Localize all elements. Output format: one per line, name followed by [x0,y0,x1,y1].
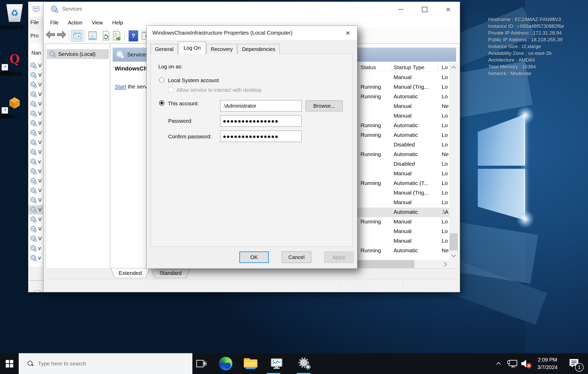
service-row[interactable]: V [28,205,43,215]
service-row[interactable]: V [28,215,43,224]
console-tree-icon [73,33,81,39]
dialog-close-button[interactable]: × [343,28,353,38]
file-explorer-button[interactable] [244,357,257,370]
confirm-password-input[interactable] [220,131,302,142]
apply-button[interactable]: Apply [324,252,354,263]
maximize-button[interactable] [416,2,433,17]
column-header-status[interactable]: Status [361,64,376,70]
properties-button[interactable] [88,30,97,41]
start-service-link[interactable]: Start [115,83,126,89]
taskbar-clock[interactable]: 2:09 PM 3/7/2024 [530,356,565,371]
local-system-radio[interactable] [159,78,164,83]
service-row[interactable]: V [28,176,43,186]
forward-button[interactable] [57,30,66,39]
name-column-header[interactable]: Nan [31,50,41,56]
service-row[interactable]: V [28,70,43,80]
tray-expand-button[interactable] [494,353,503,374]
service-row[interactable]: V [28,147,43,157]
view-tab[interactable]: Extended [111,268,150,278]
desktop-icon-ec2-feedback[interactable]: Q ↗ EC2 Feedback [0,53,29,70]
scroll-up-button[interactable] [449,63,458,72]
cancel-button[interactable]: Cancel [282,252,311,263]
services-taskbar-button[interactable] [298,357,311,370]
service-row[interactable]: V [28,138,43,147]
view-tab[interactable]: Standard [151,268,190,278]
menu-file[interactable]: File [30,20,39,25]
taskbar-search[interactable] [19,353,192,374]
titlebar[interactable]: Services × [43,2,460,17]
allow-desktop-checkbox[interactable] [168,87,173,92]
search-input[interactable] [37,360,184,367]
cell-startup-type: Manual [394,199,411,205]
task-view-button[interactable] [194,357,208,370]
service-row[interactable]: V [28,109,43,118]
scroll-right-button[interactable] [440,260,449,268]
show-console-tree-button[interactable] [71,30,83,42]
refresh-button[interactable] [102,30,110,41]
cell-log-on-as: Ne [442,103,449,109]
this-account-label[interactable]: This account: [168,101,199,107]
background-window[interactable]: File Pro Nan V V V V V [28,2,43,292]
edge-browser-button[interactable] [219,357,232,370]
performance-monitor-button[interactable] [270,357,283,370]
background-service-list[interactable]: Nan V V V V V V [28,43,43,267]
export-list-button[interactable] [113,30,121,41]
cell-startup-type: Manual [394,218,411,225]
menu-item[interactable]: Action [63,20,87,26]
service-row[interactable]: V [28,166,43,176]
collapse-button[interactable] [32,290,43,292]
browse-button[interactable]: Browse... [306,100,343,111]
service-row[interactable]: v [28,243,43,253]
back-button[interactable] [46,30,55,39]
service-row[interactable]: V [28,118,43,128]
cell-status: Running [361,132,381,138]
service-row[interactable]: V [28,195,43,205]
system-info-line: Hostname : EC2AMAZ-FAN98V3 [488,16,587,23]
desktop-icon-recycle-bin[interactable]: ♻ Recycle Bi [0,4,29,24]
service-gear-icon [30,72,37,79]
notification-count-badge[interactable]: 1 [575,363,584,372]
local-system-label[interactable]: Local System account [168,78,219,83]
service-row[interactable]: V [28,89,43,99]
service-row[interactable]: V [28,234,43,243]
service-row[interactable]: V [28,186,43,195]
close-button[interactable]: × [440,2,457,17]
dialog-tab[interactable]: General [151,44,178,54]
service-row[interactable]: V [28,80,43,89]
cell-startup-type: Automatic (T... [394,180,428,186]
service-row[interactable]: V [28,128,43,138]
dialog-tab[interactable]: Recovery [206,44,237,54]
service-row[interactable]: V [28,61,43,70]
cell-log-on-as: Lo [442,132,448,138]
service-row[interactable]: v [28,157,43,166]
menu-item[interactable]: File [45,20,63,26]
account-input[interactable] [220,100,302,112]
vertical-scrollbar[interactable] [449,63,458,260]
minimize-button[interactable] [392,2,409,17]
service-gear-icon [30,91,37,98]
ok-button[interactable]: OK [239,252,269,263]
this-account-radio[interactable] [159,100,164,106]
password-input[interactable] [220,115,302,127]
start-button[interactable] [0,353,19,374]
vertical-scroll-thumb[interactable] [449,233,458,250]
tree-item-services-local[interactable]: Services (Local) [47,49,109,59]
service-row[interactable]: v [28,253,43,263]
desktop-icon-ec2-microsoft[interactable]: ↗ EC2 Micros... [0,97,29,113]
service-name: v [38,159,41,165]
scroll-down-button[interactable] [449,251,458,260]
menu-item[interactable]: Help [108,20,128,26]
dialog-tab[interactable]: Log On [178,42,206,54]
service-row[interactable]: V [28,224,43,234]
column-header-startup-type[interactable]: Startup Type [394,64,424,70]
service-name: V [38,188,42,194]
dialog-titlebar[interactable]: WindowsChaosInfrastructure Properties (L… [147,26,357,40]
dialog-tab[interactable]: Dependencies [238,44,280,54]
help-button[interactable]: ? [129,30,138,41]
service-row[interactable]: V [28,99,43,109]
column-header-log-on-as[interactable]: Lo [442,64,448,70]
allow-desktop-label: Allow service to interact with desktop [177,87,262,93]
toolbar-separator [125,31,125,41]
network-tray-icon[interactable] [506,353,518,374]
menu-item[interactable]: View [87,20,108,26]
